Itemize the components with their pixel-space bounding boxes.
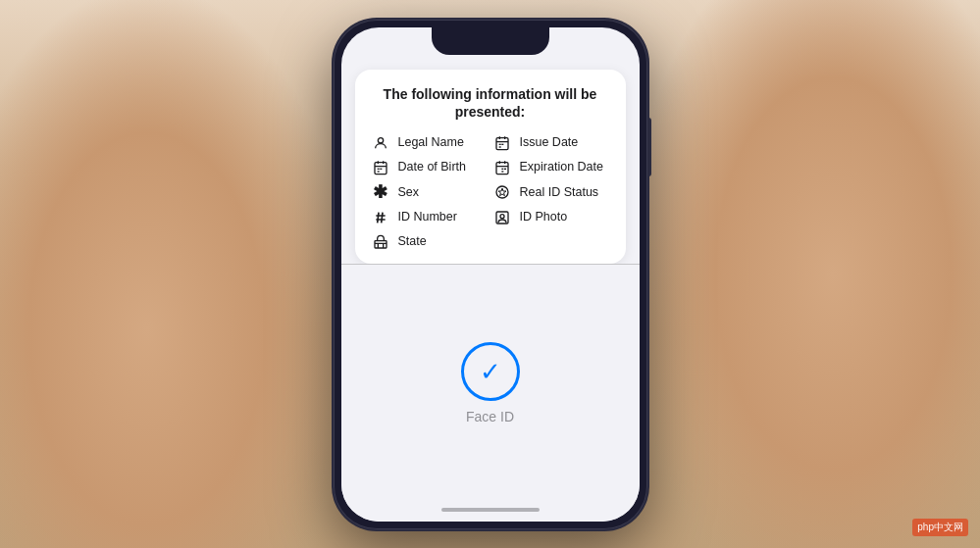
list-item: Issue Date: [492, 134, 610, 151]
svg-rect-6: [501, 144, 503, 145]
svg-line-25: [377, 213, 378, 224]
svg-rect-7: [498, 146, 500, 147]
svg-rect-21: [501, 171, 503, 172]
screen-content: The following information will be presen…: [341, 27, 640, 522]
svg-point-0: [378, 138, 383, 143]
legal-name-label: Legal Name: [398, 135, 464, 149]
list-item: ID Photo: [492, 209, 610, 225]
list-item: ✱ Sex: [371, 183, 489, 201]
real-id-status-label: Real ID Status: [520, 185, 599, 199]
face-id-label: Face ID: [466, 409, 514, 424]
calendar-dob-icon: [371, 159, 390, 175]
expiration-date-label: Expiration Date: [520, 160, 603, 174]
calendar-icon: [492, 134, 512, 151]
phone-shell: The following information will be presen…: [334, 20, 647, 529]
list-item: Expiration Date: [492, 159, 610, 175]
person-square-icon: [492, 209, 512, 225]
hash-icon: [371, 209, 390, 225]
calendar-exp-icon: [492, 159, 512, 175]
card-title: The following information will be presen…: [371, 85, 610, 121]
svg-rect-19: [501, 169, 503, 170]
info-grid: Legal Name: [371, 134, 610, 250]
phone-wrapper: The following information will be presen…: [334, 20, 647, 529]
phone-notch: [432, 27, 549, 55]
id-photo-label: ID Photo: [520, 210, 568, 224]
list-item-empty: [492, 233, 610, 250]
svg-point-28: [500, 215, 504, 219]
list-item: State: [371, 233, 489, 250]
id-number-label: ID Number: [398, 210, 457, 224]
svg-rect-13: [380, 169, 382, 170]
building-icon: [371, 233, 390, 250]
svg-rect-5: [498, 144, 500, 145]
scene: The following information will be presen…: [0, 0, 980, 548]
phone-screen: The following information will be presen…: [341, 27, 640, 522]
home-indicator: [441, 508, 540, 512]
svg-rect-29: [375, 241, 387, 248]
checkmark-icon: ✓: [480, 359, 501, 384]
face-id-circle[interactable]: ✓: [461, 342, 520, 401]
sex-label: Sex: [398, 185, 420, 199]
list-item: Real ID Status: [492, 183, 610, 201]
date-of-birth-label: Date of Birth: [398, 160, 466, 174]
svg-line-26: [381, 213, 382, 224]
asterisk-icon: ✱: [371, 183, 390, 201]
star-circle-icon: [492, 183, 512, 200]
person-icon: [371, 134, 390, 151]
svg-rect-20: [504, 169, 506, 170]
list-item: Date of Birth: [371, 159, 489, 175]
list-item: ID Number: [371, 209, 489, 225]
svg-rect-14: [377, 171, 379, 172]
list-item: Legal Name: [371, 134, 489, 151]
svg-rect-12: [377, 169, 379, 170]
bottom-area: ✓ Face ID: [341, 265, 640, 522]
state-label: State: [398, 234, 427, 248]
issue-date-label: Issue Date: [520, 135, 579, 149]
info-card: The following information will be presen…: [355, 70, 626, 265]
watermark: php中文网: [912, 519, 968, 536]
